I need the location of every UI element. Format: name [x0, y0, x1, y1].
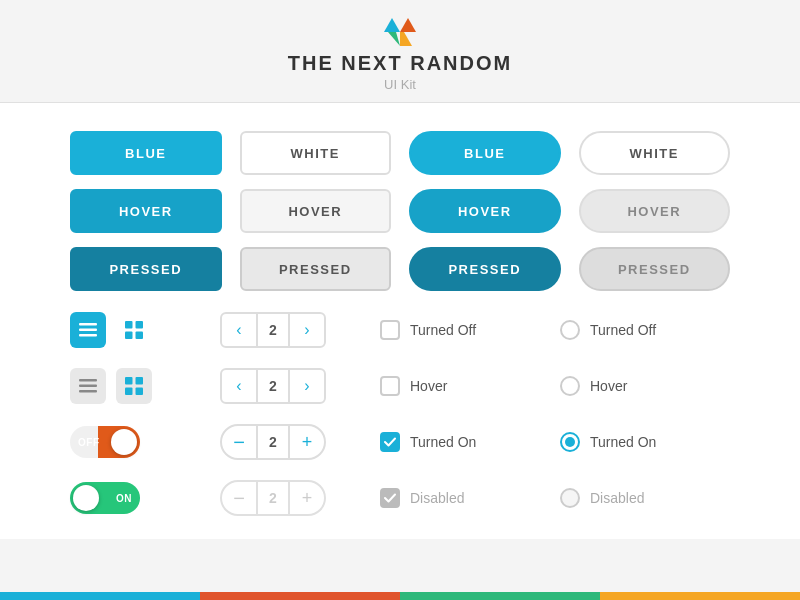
radio-label-2: Hover	[590, 378, 627, 394]
svg-marker-2	[388, 32, 400, 46]
stepper-3: − 2 +	[220, 424, 326, 460]
rect-blue-button[interactable]: BLUE	[70, 131, 222, 175]
checkbox-2[interactable]	[380, 376, 400, 396]
list-icon-hover	[79, 379, 97, 393]
button-row-3: PRESSED PRESSED PRESSED PRESSED	[70, 247, 730, 291]
rect-hover-blue-button[interactable]: HOVER	[70, 189, 222, 233]
svg-rect-13	[79, 390, 97, 393]
pill-hover-gray-button[interactable]: HOVER	[579, 189, 731, 233]
checkmark-icon	[384, 437, 396, 447]
svg-marker-1	[400, 18, 416, 32]
pill-buttons-row3: PRESSED PRESSED	[409, 247, 730, 291]
rect-white-button[interactable]: WHITE	[240, 131, 392, 175]
bar-green	[400, 592, 600, 600]
svg-rect-12	[79, 385, 97, 388]
checkbox-label-1: Turned Off	[410, 322, 476, 338]
checkbox-row-2: Hover	[380, 365, 550, 407]
grid-icon-hover	[125, 377, 143, 395]
stepper-row-4: − 2 +	[220, 477, 360, 519]
button-row-2: HOVER HOVER HOVER HOVER	[70, 189, 730, 233]
stepper-2-inc[interactable]: ›	[290, 370, 324, 402]
radio-label-4: Disabled	[590, 490, 644, 506]
grid-icon	[125, 321, 143, 339]
radio-1[interactable]	[560, 320, 580, 340]
svg-rect-6	[79, 334, 97, 337]
rect-buttons-row1: BLUE WHITE	[70, 131, 391, 175]
svg-rect-8	[136, 321, 144, 329]
stepper-row-3: − 2 +	[220, 421, 360, 463]
rect-pressed-blue-button[interactable]: PRESSED	[70, 247, 222, 291]
svg-rect-15	[136, 377, 144, 385]
toggle-on-row: ON	[70, 477, 200, 519]
list-icon	[79, 323, 97, 337]
pill-hover-blue-button[interactable]: HOVER	[409, 189, 561, 233]
pill-buttons-row2: HOVER HOVER	[409, 189, 730, 233]
checkbox-1[interactable]	[380, 320, 400, 340]
svg-rect-11	[79, 379, 97, 382]
app-subtitle: UI Kit	[0, 77, 800, 92]
stepper-4-dec[interactable]: −	[222, 482, 256, 514]
icon-row-1	[70, 309, 200, 351]
radio-label-1: Turned Off	[590, 322, 656, 338]
grid-icon-hover-button[interactable]	[116, 368, 152, 404]
stepper-4-inc[interactable]: +	[290, 482, 324, 514]
svg-marker-3	[400, 32, 412, 46]
radio-4	[560, 488, 580, 508]
pill-pressed-gray-button[interactable]: PRESSED	[579, 247, 731, 291]
stepper-3-inc[interactable]: +	[290, 426, 324, 458]
bar-orange	[600, 592, 800, 600]
checkmark-disabled-icon	[384, 493, 396, 503]
stepper-1-inc[interactable]: ›	[290, 314, 324, 346]
svg-rect-17	[136, 388, 144, 396]
radio-2[interactable]	[560, 376, 580, 396]
rect-pressed-white-button[interactable]: PRESSED	[240, 247, 392, 291]
radio-label-3: Turned On	[590, 434, 656, 450]
pill-blue-button[interactable]: BLUE	[409, 131, 561, 175]
checkbox-row-3: Turned On	[380, 421, 550, 463]
radio-row-3: Turned On	[560, 421, 730, 463]
stepper-2-dec[interactable]: ‹	[222, 370, 256, 402]
radio-row-2: Hover	[560, 365, 730, 407]
checkbox-label-4: Disabled	[410, 490, 464, 506]
toggle-on[interactable]: ON	[70, 482, 140, 514]
stepper-1-dec[interactable]: ‹	[222, 314, 256, 346]
pill-white-button[interactable]: WHITE	[579, 131, 731, 175]
svg-rect-10	[136, 332, 144, 340]
stepper-row-1: ‹ 2 ›	[220, 309, 360, 351]
svg-rect-7	[125, 321, 133, 329]
icon-row-2	[70, 365, 200, 407]
radio-3[interactable]	[560, 432, 580, 452]
stepper-4: − 2 +	[220, 480, 326, 516]
rect-buttons-row3: PRESSED PRESSED	[70, 247, 391, 291]
toggle-off-row: OFF	[70, 421, 200, 463]
app-title: THE NEXT RANDOM	[0, 52, 800, 75]
stepper-row-2: ‹ 2 ›	[220, 365, 360, 407]
main-content: BLUE WHITE BLUE WHITE HOVER HOVER HOVER …	[0, 103, 800, 539]
svg-marker-0	[384, 18, 400, 32]
pill-buttons-row1: BLUE WHITE	[409, 131, 730, 175]
stepper-3-dec[interactable]: −	[222, 426, 256, 458]
svg-rect-4	[79, 323, 97, 326]
checkbox-label-2: Hover	[410, 378, 447, 394]
rect-hover-white-button[interactable]: HOVER	[240, 189, 392, 233]
stepper-1: ‹ 2 ›	[220, 312, 326, 348]
list-icon-hover-button[interactable]	[70, 368, 106, 404]
svg-rect-9	[125, 332, 133, 340]
radio-row-1: Turned Off	[560, 309, 730, 351]
bar-blue	[0, 592, 200, 600]
icon-toggle-col: OFF ON	[70, 309, 200, 519]
checkbox-4	[380, 488, 400, 508]
toggle-off[interactable]: OFF	[70, 426, 140, 458]
toggle-off-label: OFF	[78, 437, 100, 448]
logo-icon	[384, 18, 416, 46]
grid-icon-button[interactable]	[116, 312, 152, 348]
checkbox-row-4: Disabled	[380, 477, 550, 519]
stepper-4-val: 2	[256, 482, 290, 514]
svg-rect-16	[125, 388, 133, 396]
bottom-bar	[0, 592, 800, 600]
checkbox-3[interactable]	[380, 432, 400, 452]
header: THE NEXT RANDOM UI Kit	[0, 0, 800, 103]
pill-pressed-blue-button[interactable]: PRESSED	[409, 247, 561, 291]
checkboxes-col: Turned Off Hover Turned On	[360, 309, 550, 519]
list-icon-button[interactable]	[70, 312, 106, 348]
